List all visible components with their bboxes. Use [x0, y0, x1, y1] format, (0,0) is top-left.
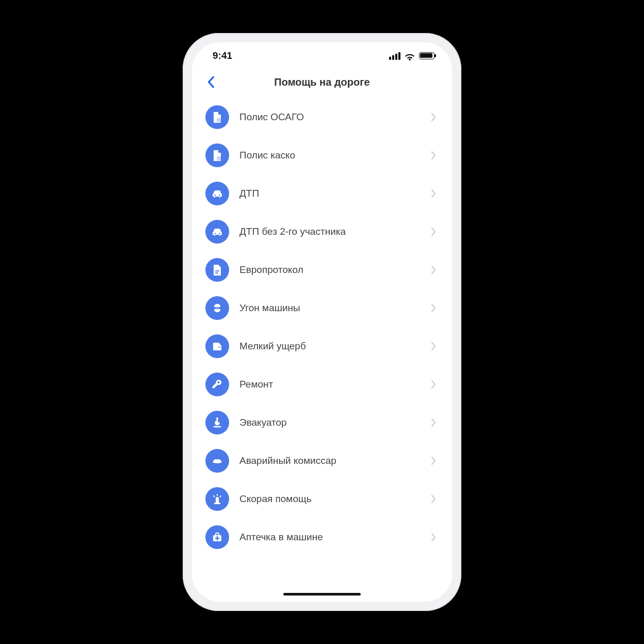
chevron-right-icon: [428, 151, 439, 159]
list-item[interactable]: Аварийный комиссар: [192, 442, 452, 480]
cellular-icon: [389, 52, 400, 60]
battery-icon: [419, 52, 434, 59]
chevron-right-icon: [428, 189, 439, 198]
chevron-right-icon: [428, 495, 439, 503]
list-item[interactable]: ДТП без 2-го участника: [192, 213, 452, 251]
list-item-label: ДТП: [229, 188, 428, 199]
chevron-right-icon: [428, 228, 439, 236]
door-icon: [205, 334, 229, 358]
list-item[interactable]: Аптечка в машине: [192, 518, 452, 556]
list-item[interactable]: Полис ОСАГО: [192, 98, 452, 136]
beacon-icon: [205, 487, 229, 511]
chevron-right-icon: [428, 380, 439, 389]
list-item-label: Скорая помощь: [229, 493, 428, 505]
home-indicator: [283, 593, 361, 595]
list-item[interactable]: ДТП: [192, 174, 452, 213]
chevron-right-icon: [428, 457, 439, 465]
thief-icon: [205, 296, 229, 320]
chevron-right-icon: [428, 418, 439, 427]
list-item-label: Аптечка в машине: [229, 532, 428, 543]
screen: 9:41 Помощь на дороге Полис ОСАГО: [192, 42, 452, 602]
wifi-icon: [405, 52, 415, 59]
status-right: [389, 52, 434, 60]
list-item[interactable]: Европротокол: [192, 251, 452, 289]
status-time: 9:41: [213, 50, 232, 61]
list-item[interactable]: Скорая помощь: [192, 480, 452, 518]
phone-frame: 9:41 Помощь на дороге Полис ОСАГО: [183, 33, 461, 611]
list-item[interactable]: Ремонт: [192, 365, 452, 404]
chevron-right-icon: [428, 113, 439, 121]
list-item-label: Европротокол: [229, 264, 428, 276]
list-item-label: Полис ОСАГО: [229, 111, 428, 123]
form-icon: [205, 258, 229, 282]
nav-bar: Помощь на дороге: [192, 69, 452, 95]
list-item-label: Полис каско: [229, 150, 428, 161]
cars-icon: [205, 182, 229, 205]
wrench-icon: [205, 373, 229, 396]
list-item-label: Мелкий ущерб: [229, 341, 428, 352]
chevron-right-icon: [428, 304, 439, 312]
cars-icon: [205, 220, 229, 244]
list-item[interactable]: Мелкий ущерб: [192, 327, 452, 365]
list-item-label: Ремонт: [229, 379, 428, 390]
document-icon: [205, 143, 229, 167]
chevron-right-icon: [428, 533, 439, 541]
document-icon: [205, 105, 229, 129]
list-item-label: Эвакуатор: [229, 417, 428, 428]
cap-icon: [205, 449, 229, 473]
list-item-label: ДТП без 2-го участника: [229, 226, 428, 237]
page-title: Помощь на дороге: [274, 76, 369, 88]
chevron-right-icon: [428, 342, 439, 350]
list-item-label: Аварийный комиссар: [229, 455, 428, 466]
list-item[interactable]: Угон машины: [192, 289, 452, 327]
list-item[interactable]: Полис каско: [192, 136, 452, 174]
back-button[interactable]: [202, 73, 220, 91]
list-item-label: Угон машины: [229, 302, 428, 314]
list-item[interactable]: Эвакуатор: [192, 404, 452, 442]
status-bar: 9:41: [192, 42, 452, 69]
hook-icon: [205, 411, 229, 434]
menu-list: Полис ОСАГО Полис каско ДТП ДТП без 2-го…: [192, 95, 452, 602]
kit-icon: [205, 525, 229, 549]
chevron-left-icon: [207, 76, 215, 88]
chevron-right-icon: [428, 266, 439, 274]
